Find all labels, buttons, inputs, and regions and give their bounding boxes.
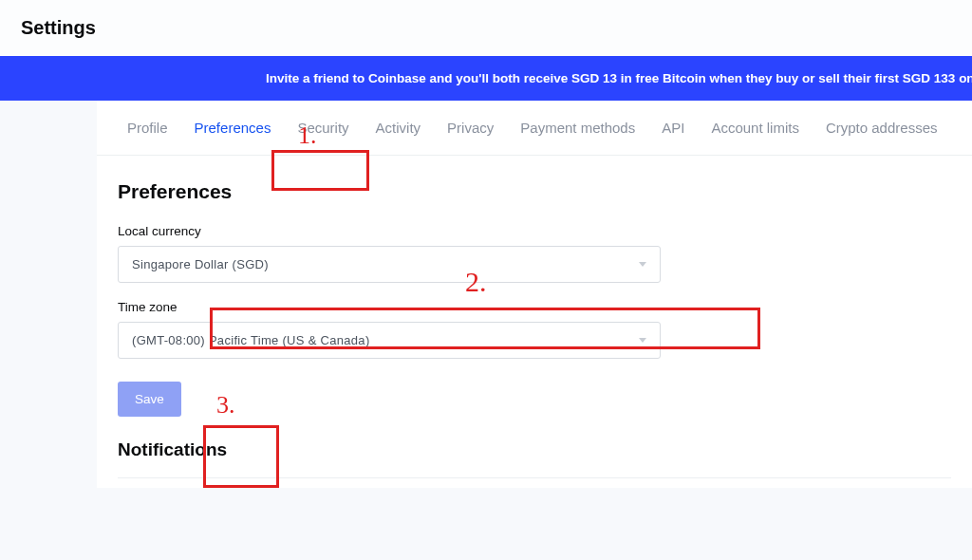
currency-select[interactable]: Singapore Dollar (SGD) bbox=[118, 246, 661, 283]
timezone-label: Time zone bbox=[118, 300, 951, 314]
page-title: Settings bbox=[21, 17, 951, 39]
preferences-section: Preferences Local currency Singapore Dol… bbox=[97, 156, 972, 488]
chevron-down-icon bbox=[639, 338, 646, 343]
tab-account-limits[interactable]: Account limits bbox=[698, 101, 813, 155]
invite-banner[interactable]: Invite a friend to Coinbase and you'll b… bbox=[0, 56, 972, 101]
tab-payment-methods[interactable]: Payment methods bbox=[507, 101, 648, 155]
timezone-group: Time zone (GMT-08:00) Pacific Time (US &… bbox=[118, 300, 951, 359]
tab-preferences[interactable]: Preferences bbox=[181, 101, 285, 155]
tab-profile[interactable]: Profile bbox=[114, 101, 181, 155]
tab-api[interactable]: API bbox=[648, 101, 698, 155]
tab-activity[interactable]: Activity bbox=[363, 101, 435, 155]
currency-value: Singapore Dollar (SGD) bbox=[132, 257, 269, 271]
divider bbox=[118, 477, 951, 478]
chevron-down-icon bbox=[639, 262, 646, 267]
tab-privacy[interactable]: Privacy bbox=[434, 101, 507, 155]
settings-card: Profile Preferences Security Activity Pr… bbox=[97, 101, 972, 488]
timezone-value: (GMT-08:00) Pacific Time (US & Canada) bbox=[132, 333, 370, 347]
settings-tabs: Profile Preferences Security Activity Pr… bbox=[97, 101, 972, 156]
tab-crypto-addresses[interactable]: Crypto addresses bbox=[813, 101, 951, 155]
tab-security[interactable]: Security bbox=[284, 101, 362, 155]
invite-banner-text: Invite a friend to Coinbase and you'll b… bbox=[266, 71, 972, 85]
currency-label: Local currency bbox=[118, 224, 951, 238]
save-button[interactable]: Save bbox=[118, 382, 181, 417]
currency-group: Local currency Singapore Dollar (SGD) bbox=[118, 224, 951, 283]
notifications-heading: Notifications bbox=[118, 439, 951, 470]
page-header: Settings bbox=[0, 0, 972, 56]
timezone-select[interactable]: (GMT-08:00) Pacific Time (US & Canada) bbox=[118, 322, 661, 359]
preferences-heading: Preferences bbox=[118, 180, 951, 203]
